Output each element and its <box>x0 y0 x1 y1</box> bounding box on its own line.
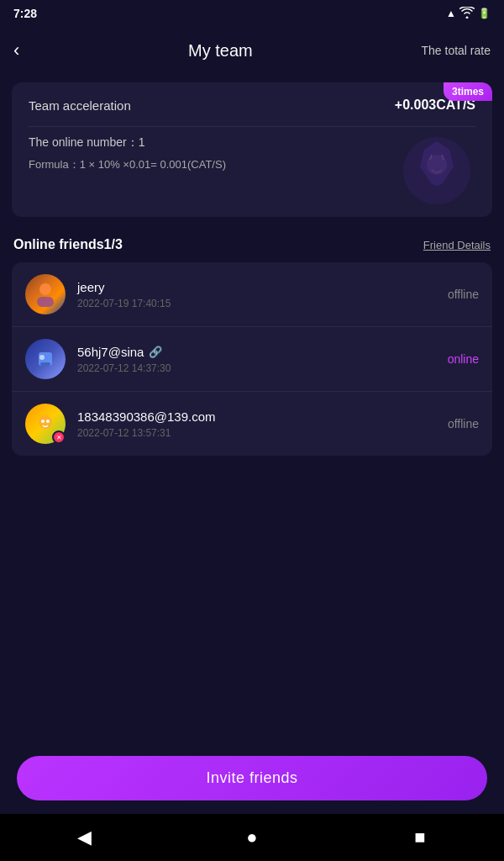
nav-home-button[interactable]: ● <box>227 821 277 854</box>
divider <box>29 126 475 127</box>
nav-bar: ◀ ● ■ <box>0 814 504 861</box>
friend-info: 18348390386@139.com 2022-07-12 13:57:31 <box>77 409 448 439</box>
friend-info: 56hj7@sina 🔗 2022-07-12 14:37:30 <box>77 345 448 374</box>
friend-item[interactable]: ✕ 18348390386@139.com 2022-07-12 13:57:3… <box>12 392 492 456</box>
friend-name: jeery <box>77 280 105 294</box>
avatar-badge: ✕ <box>52 430 66 444</box>
team-accel-label: Team acceleration <box>29 98 131 113</box>
back-button[interactable]: ‹ <box>13 40 19 61</box>
signal-icon: ▲ <box>446 8 456 19</box>
card-graphic <box>395 133 479 209</box>
friend-name-row: jeery <box>77 280 448 294</box>
friend-status: online <box>448 352 479 366</box>
friend-item[interactable]: jeery 2022-07-19 17:40:15 offline <box>12 262 492 327</box>
friend-item[interactable]: 56hj7@sina 🔗 2022-07-12 14:37:30 online <box>12 327 492 392</box>
times-badge: 3times <box>444 82 492 101</box>
invite-friends-button[interactable]: Invite friends <box>17 756 487 800</box>
friend-list: jeery 2022-07-19 17:40:15 offline 5 <box>12 262 492 456</box>
header: ‹ My team The total rate <box>0 27 504 74</box>
friend-date: 2022-07-12 13:57:31 <box>77 427 448 439</box>
status-icons: ▲ 🔋 <box>446 7 491 21</box>
nav-back-icon: ◀ <box>77 827 92 848</box>
friend-details-link[interactable]: Friend Details <box>423 239 491 251</box>
friend-name: 18348390386@139.com <box>77 409 216 424</box>
nav-home-icon: ● <box>246 827 257 848</box>
friends-section-header: Online friends1/3 Friend Details <box>0 225 504 259</box>
svg-rect-3 <box>37 297 54 307</box>
friend-date: 2022-07-12 14:37:30 <box>77 362 448 374</box>
nav-back-button[interactable]: ◀ <box>59 821 109 854</box>
svg-point-9 <box>46 420 50 423</box>
page-title: My team <box>188 41 253 61</box>
avatar-wrap: ✕ <box>25 404 66 444</box>
avatar <box>25 339 66 379</box>
status-time: 7:28 <box>13 7 37 20</box>
friend-info: jeery 2022-07-19 17:40:15 <box>77 280 448 309</box>
friend-name: 56hj7@sina <box>77 345 144 359</box>
nav-recent-icon: ■ <box>414 827 425 848</box>
total-rate-link[interactable]: The total rate <box>421 44 491 57</box>
online-friends-title: Online friends1/3 <box>13 237 123 252</box>
svg-point-2 <box>39 283 51 295</box>
avatar-wrap <box>25 274 66 314</box>
friend-name-row: 18348390386@139.com <box>77 409 448 424</box>
avatar-wrap <box>25 339 66 379</box>
friend-name-row: 56hj7@sina 🔗 <box>77 345 448 359</box>
acceleration-card: 3times Team acceleration +0.003CAT/S The… <box>12 82 492 217</box>
nav-recent-button[interactable]: ■ <box>395 821 445 854</box>
friend-date: 2022-07-19 17:40:15 <box>77 298 448 309</box>
wifi-icon <box>459 7 475 21</box>
status-bar: 7:28 ▲ 🔋 <box>0 0 504 27</box>
invite-section: Invite friends <box>0 746 504 811</box>
svg-point-5 <box>39 355 45 360</box>
link-icon: 🔗 <box>149 346 162 358</box>
battery-icon: 🔋 <box>478 8 491 19</box>
svg-point-8 <box>41 420 45 423</box>
acceleration-row: Team acceleration +0.003CAT/S <box>29 98 475 113</box>
friend-status: offline <box>448 288 479 301</box>
svg-rect-6 <box>40 362 50 366</box>
friend-status: offline <box>448 417 479 430</box>
avatar <box>25 274 66 314</box>
